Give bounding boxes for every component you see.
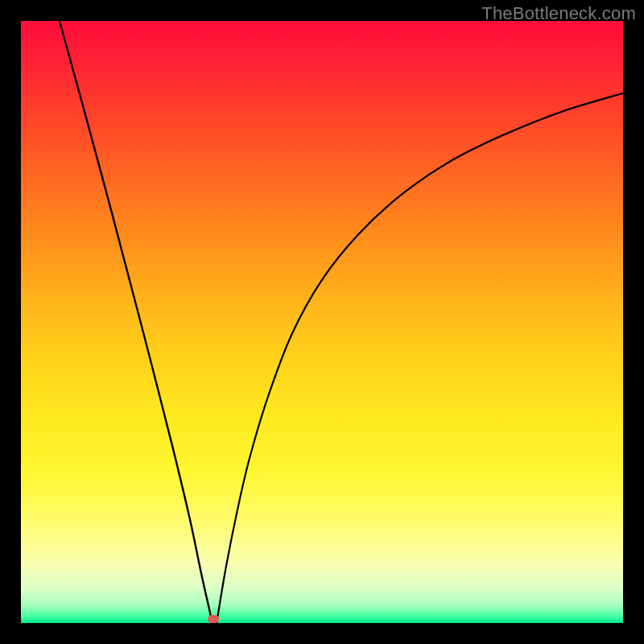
bottleneck-curve	[21, 21, 623, 623]
watermark-text: TheBottleneck.com	[481, 3, 636, 24]
optimal-marker	[208, 615, 219, 623]
chart-area	[21, 21, 623, 623]
